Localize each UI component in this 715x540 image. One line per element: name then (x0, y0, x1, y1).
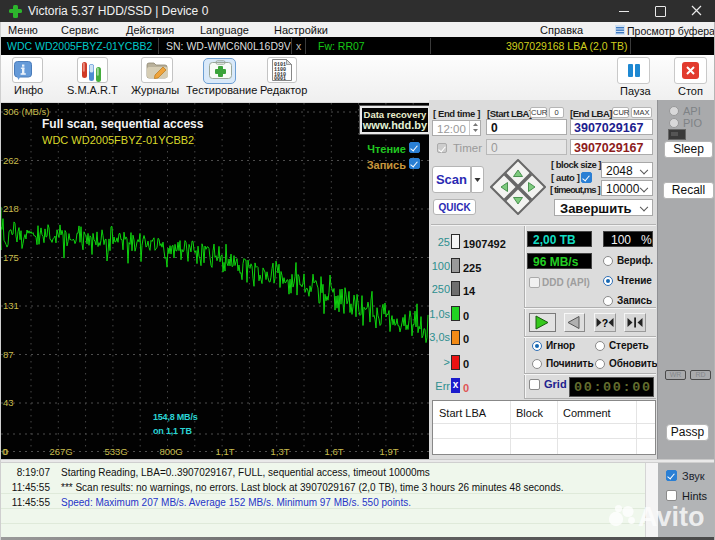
svg-text:Avito: Avito (638, 502, 705, 532)
svg-text:0001: 0001 (274, 76, 286, 81)
svg-text:?: ? (602, 317, 608, 329)
